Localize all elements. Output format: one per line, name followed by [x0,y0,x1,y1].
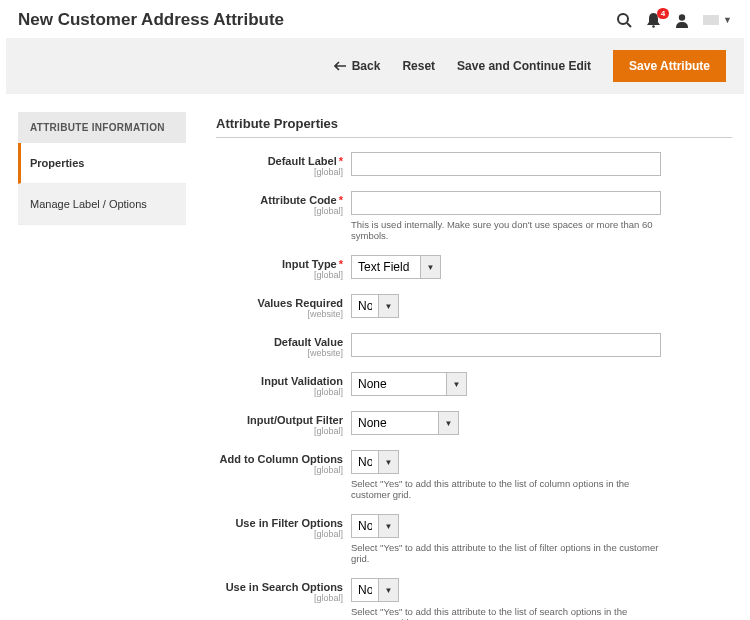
use-search-hint: Select "Yes" to add this attribute to th… [351,606,661,620]
default-label-input[interactable] [351,152,661,176]
page-title: New Customer Address Attribute [18,10,616,30]
default-label-label: Default Label [268,155,337,167]
add-to-column-label: Add to Column Options [220,453,343,465]
chevron-down-icon: ▼ [447,372,467,396]
chevron-down-icon: ▼ [379,514,399,538]
notifications-icon[interactable]: 4 [646,12,661,28]
save-and-continue-button[interactable]: Save and Continue Edit [457,59,591,73]
chevron-down-icon: ▼ [421,255,441,279]
io-filter-label: Input/Output Filter [247,414,343,426]
attribute-code-label: Attribute Code [260,194,336,206]
input-type-label: Input Type [282,258,337,270]
use-in-filter-select[interactable]: No▼ [351,514,399,538]
arrow-left-icon [334,61,346,71]
add-to-column-hint: Select "Yes" to add this attribute to th… [351,478,661,500]
chevron-down-icon: ▼ [439,411,459,435]
sidebar-heading: ATTRIBUTE INFORMATION [18,112,186,143]
save-attribute-button[interactable]: Save Attribute [613,50,726,82]
sidebar: ATTRIBUTE INFORMATION Properties Manage … [18,112,186,620]
search-icon[interactable] [616,12,632,28]
use-in-search-select[interactable]: No▼ [351,578,399,602]
user-icon[interactable] [675,13,689,28]
attribute-code-input[interactable] [351,191,661,215]
use-filter-label: Use in Filter Options [235,517,343,529]
input-validation-select[interactable]: None▼ [351,372,467,396]
chevron-down-icon: ▼ [379,578,399,602]
section-title: Attribute Properties [216,116,732,138]
svg-point-2 [652,25,655,28]
values-required-label: Values Required [257,297,343,309]
chevron-down-icon: ▼ [379,450,399,474]
notification-badge: 4 [657,8,669,19]
values-required-select[interactable]: No▼ [351,294,399,318]
use-search-label: Use in Search Options [226,581,343,593]
input-validation-label: Input Validation [261,375,343,387]
default-value-label: Default Value [274,336,343,348]
caret-down-icon: ▼ [723,15,732,25]
svg-point-0 [618,14,628,24]
chevron-down-icon: ▼ [379,294,399,318]
reset-button[interactable]: Reset [402,59,435,73]
default-value-input[interactable] [351,333,661,357]
user-dropdown[interactable]: ▼ [703,15,732,25]
add-to-column-select[interactable]: No▼ [351,450,399,474]
io-filter-select[interactable]: None▼ [351,411,459,435]
tab-manage-label-options[interactable]: Manage Label / Options [18,184,186,225]
input-type-select[interactable]: Text Field▼ [351,255,441,279]
svg-point-3 [679,14,685,20]
use-filter-hint: Select "Yes" to add this attribute to th… [351,542,661,564]
tab-properties[interactable]: Properties [18,143,186,184]
svg-line-1 [627,23,631,27]
attribute-code-hint: This is used internally. Make sure you d… [351,219,661,241]
back-button[interactable]: Back [334,59,381,73]
